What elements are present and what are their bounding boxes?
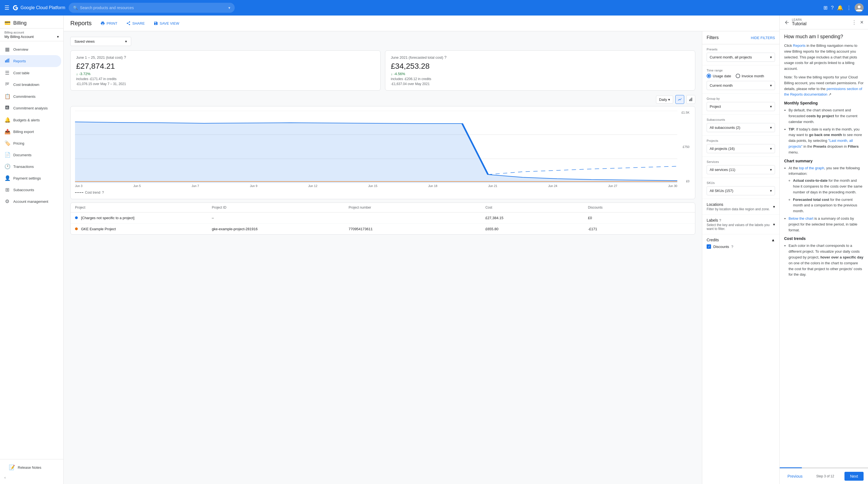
sidebar-item-commitment-analysis[interactable]: Commitment analysis	[0, 102, 61, 114]
tutorial-main-title: How much am I spending?	[784, 34, 864, 39]
tutorial-header-icons: ⋮ ✕	[852, 19, 864, 26]
discounts-help-icon[interactable]: ?	[731, 245, 733, 249]
discounts-row: ✓ Discounts ?	[707, 244, 775, 249]
subaccounts-select[interactable]: All subaccounts (2) ▾	[707, 123, 775, 132]
labels-title: Labels	[707, 218, 718, 223]
billing-icon: 💳	[4, 20, 10, 26]
billing-title: Billing	[13, 20, 27, 26]
tutorial-more-icon[interactable]: ⋮	[852, 19, 857, 26]
locations-sub: Filter by location data like region and …	[707, 207, 770, 211]
search-bar[interactable]: 🔍 ▾	[69, 3, 235, 13]
sidebar-item-subaccounts[interactable]: ⊞ Subaccounts	[0, 184, 61, 196]
svg-rect-5	[9, 58, 9, 63]
next-button[interactable]: Next	[844, 472, 864, 481]
commitments-icon: 📋	[4, 93, 10, 99]
sidebar-footer: 📝 Release Notes ‹	[0, 459, 63, 484]
sidebar-item-pricing[interactable]: 🏷️ Pricing	[0, 137, 61, 149]
billing-account-select[interactable]: My Billing Account ▾	[4, 35, 59, 39]
help-icon[interactable]: ?	[444, 55, 446, 60]
tutorial-close-icon[interactable]: ✕	[860, 20, 864, 25]
services-section: Services All services (11) ▾	[702, 157, 779, 178]
sidebar-item-cost-table[interactable]: ☰ Cost table	[0, 67, 61, 79]
labels-help-icon[interactable]: ?	[719, 218, 721, 223]
card-change-actual: ↓ -3.72%	[76, 72, 375, 76]
list-item: TIP: If today's date is early in the mon…	[788, 126, 864, 155]
card-subtext-2: -£1,076.15 over May 7 – 31, 2021	[76, 82, 375, 86]
labels-section[interactable]: Labels ? Select the key and values of th…	[702, 215, 779, 234]
share-button[interactable]: SHARE	[124, 19, 147, 27]
previous-button[interactable]: Previous	[784, 472, 806, 481]
payment-settings-icon: 👤	[4, 175, 10, 181]
sidebar-item-release-notes[interactable]: 📝 Release Notes	[4, 461, 57, 473]
sidebar-item-commitments[interactable]: 📋 Commitments	[0, 91, 61, 102]
list-item: Below the chart is a summary of costs by…	[788, 216, 864, 233]
discounts-label: Discounts	[713, 245, 729, 249]
group-by-section: Group by Project ▾	[702, 94, 779, 115]
sidebar-item-cost-breakdown[interactable]: Cost breakdown	[0, 79, 61, 91]
line-chart-button[interactable]	[675, 95, 684, 104]
sidebar-nav: ▦ Overview Reports ☰ Cost table Cost bre…	[0, 41, 63, 459]
back-icon[interactable]	[784, 20, 790, 25]
time-range-label: Time range	[707, 69, 775, 72]
sidebar-item-billing-export[interactable]: 📤 Billing export	[0, 126, 61, 137]
search-input[interactable]	[80, 5, 226, 10]
group-by-select[interactable]: Project ▾	[707, 102, 775, 111]
sidebar-item-label: Cost breakdown	[13, 83, 39, 87]
cost-trends-title: Cost trends	[784, 236, 864, 241]
reports-icon	[4, 58, 10, 64]
sidebar-item-budgets-alerts[interactable]: 🔔 Budgets & alerts	[0, 114, 61, 126]
user-avatar[interactable]	[855, 3, 864, 12]
app-logo: Google Cloud Platform	[13, 5, 65, 10]
saved-views-dropdown[interactable]: Saved views ▾	[70, 37, 131, 46]
sidebar: 💳 Billing Billing account My Billing Acc…	[0, 16, 64, 484]
apps-icon[interactable]: ⊞	[824, 5, 828, 11]
cost-trend-label: Cost trend	[85, 191, 100, 195]
sidebar-item-account-management[interactable]: ⚙ Account management	[0, 196, 61, 207]
sidebar-item-transactions[interactable]: 🕐 Transactions	[0, 161, 61, 172]
overview-icon: ▦	[4, 46, 10, 52]
cost-trend-help-icon[interactable]: ?	[102, 190, 104, 195]
usage-date-radio[interactable]: Usage date	[707, 74, 731, 78]
sidebar-item-documents[interactable]: 📄 Documents	[0, 149, 61, 161]
top-graph-link[interactable]: top of the graph	[799, 166, 824, 170]
time-value-select[interactable]: Current month ▾	[707, 81, 775, 90]
card-period-forecast: June 2021 (forecasted total cost) ?	[391, 55, 689, 60]
hide-filters-button[interactable]: HIDE FILTERS	[751, 36, 775, 40]
saved-views-label: Saved views	[74, 39, 95, 44]
presets-select[interactable]: Current month, all projects ▾	[707, 53, 775, 62]
page-title: Reports	[70, 20, 92, 27]
sidebar-collapse-button[interactable]: ‹	[4, 473, 59, 482]
nav-right: ⊞ ? 🔔 ⋮	[824, 3, 864, 12]
project-dot	[75, 227, 78, 230]
invoice-month-radio[interactable]: Invoice month	[736, 74, 764, 78]
granularity-select[interactable]: Daily ▾	[656, 95, 673, 104]
help-icon[interactable]: ?	[124, 55, 126, 60]
permissions-link[interactable]: permissions section of the Reports docum…	[784, 87, 862, 97]
discounts-checkbox[interactable]: ✓	[707, 244, 711, 249]
bar-chart-button[interactable]	[686, 95, 695, 104]
sidebar-item-reports[interactable]: Reports	[0, 55, 61, 67]
notifications-icon[interactable]: 🔔	[837, 5, 843, 11]
skus-select[interactable]: All SKUs (157) ▾	[707, 186, 775, 195]
print-button[interactable]: PRINT	[98, 19, 120, 27]
pricing-icon: 🏷️	[4, 140, 10, 146]
billing-account-label: Billing account	[4, 31, 59, 34]
skus-section: SKUs All SKUs (157) ▾	[702, 178, 779, 199]
subaccounts-section: Subaccounts All subaccounts (2) ▾	[702, 115, 779, 136]
sidebar-item-payment-settings[interactable]: 👤 Payment settings	[0, 172, 61, 184]
services-select[interactable]: All services (11) ▾	[707, 165, 775, 174]
projects-select[interactable]: All projects (16) ▾	[707, 144, 775, 153]
more-icon[interactable]: ⋮	[846, 5, 851, 11]
help-icon[interactable]: ?	[831, 5, 834, 11]
sidebar-item-overview[interactable]: ▦ Overview	[0, 44, 61, 55]
sidebar-item-label: Reports	[13, 59, 26, 63]
sidebar-item-label: Commitment analysis	[13, 106, 48, 110]
reports-link[interactable]: Reports	[793, 44, 806, 48]
hamburger-menu[interactable]: ☰	[4, 4, 9, 11]
locations-section[interactable]: Locations Filter by location data like r…	[702, 199, 779, 215]
services-label: Services	[707, 160, 775, 164]
below-chart-link[interactable]: Below the chart	[788, 217, 813, 221]
header-actions: PRINT SHARE SAVE VIEW	[98, 19, 181, 27]
billing-account-name: My Billing Account	[4, 35, 34, 39]
save-view-button[interactable]: SAVE VIEW	[151, 19, 182, 27]
